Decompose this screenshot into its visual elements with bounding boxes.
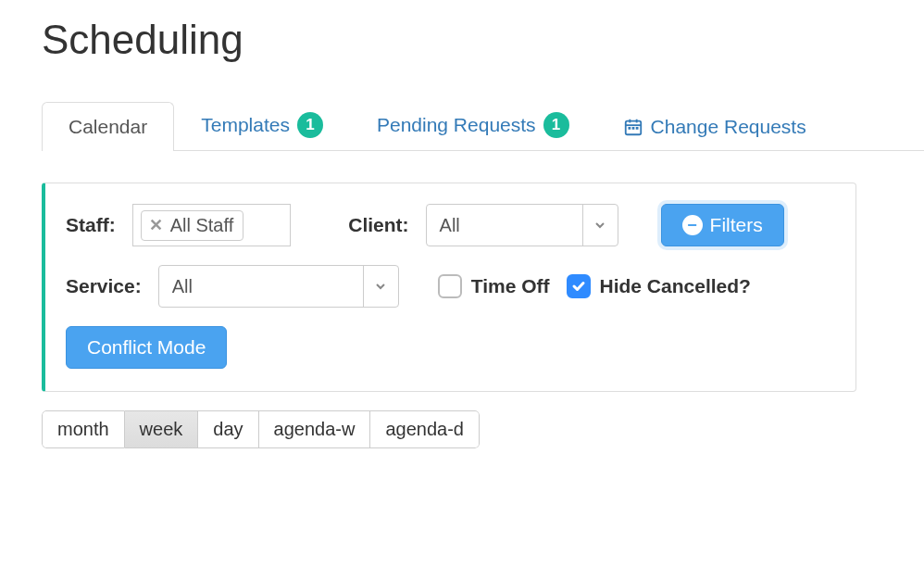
tab-templates[interactable]: Templates 1 [174, 98, 350, 151]
minus-circle-icon: − [682, 215, 703, 235]
calendar-icon [623, 117, 643, 137]
tab-templates-badge: 1 [297, 112, 323, 138]
chevron-down-icon [363, 266, 398, 307]
page-title: Scheduling [42, 17, 924, 63]
checkbox-icon [438, 274, 462, 298]
client-label: Client: [348, 214, 408, 236]
view-day[interactable]: day [198, 410, 258, 448]
service-select[interactable]: All [158, 265, 399, 308]
time-off-label: Time Off [471, 275, 550, 297]
tab-pending-requests[interactable]: Pending Requests 1 [350, 98, 596, 151]
conflict-mode-label: Conflict Mode [87, 336, 206, 359]
hide-cancelled-checkbox[interactable]: Hide Cancelled? [567, 274, 751, 298]
staff-label: Staff: [66, 214, 116, 236]
view-month[interactable]: month [42, 410, 125, 448]
staff-select[interactable]: ✕ All Staff [132, 204, 292, 246]
client-select-value: All [427, 205, 582, 246]
view-agenda-d[interactable]: agenda-d [370, 410, 480, 448]
staff-token[interactable]: ✕ All Staff [141, 210, 244, 241]
tab-change-label: Change Requests [651, 116, 806, 138]
filters-button-label: Filters [710, 214, 763, 236]
tab-templates-label: Templates [201, 114, 290, 136]
svg-rect-5 [631, 127, 634, 130]
chevron-down-icon [582, 205, 618, 246]
filters-button[interactable]: − Filters [661, 204, 784, 246]
conflict-mode-button[interactable]: Conflict Mode [66, 326, 227, 369]
view-agenda-w[interactable]: agenda-w [259, 410, 371, 448]
svg-rect-6 [635, 127, 638, 130]
tab-pending-badge: 1 [543, 112, 569, 138]
staff-token-label: All Staff [170, 215, 234, 236]
filter-panel: Staff: ✕ All Staff Client: All − Filters [42, 183, 856, 392]
checkbox-checked-icon [567, 274, 591, 298]
tab-calendar[interactable]: Calendar [42, 102, 174, 151]
hide-cancelled-label: Hide Cancelled? [600, 275, 751, 297]
tabs: Calendar Templates 1 Pending Requests 1 [42, 98, 924, 151]
service-select-value: All [159, 266, 363, 307]
tab-change-requests[interactable]: Change Requests [596, 102, 833, 151]
client-select[interactable]: All [426, 204, 618, 246]
remove-icon[interactable]: ✕ [149, 217, 163, 233]
tab-pending-label: Pending Requests [377, 114, 536, 136]
tab-calendar-label: Calendar [69, 116, 147, 138]
service-label: Service: [66, 275, 142, 297]
svg-rect-4 [628, 127, 631, 130]
view-switcher: month week day agenda-w agenda-d [42, 410, 480, 448]
time-off-checkbox[interactable]: Time Off [438, 274, 550, 298]
view-week[interactable]: week [125, 410, 199, 448]
